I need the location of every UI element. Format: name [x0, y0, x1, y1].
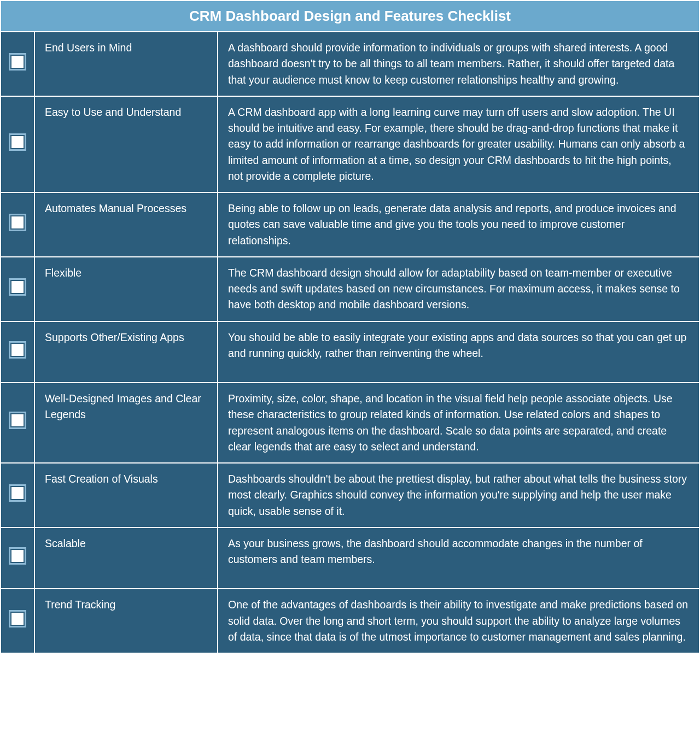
- checkbox[interactable]: [9, 53, 26, 71]
- checkbox[interactable]: [9, 610, 26, 627]
- checklist-row: Fast Creation of VisualsDashboards shoul…: [1, 463, 699, 527]
- checklist-item-description: As your business grows, the dashboard sh…: [218, 527, 699, 589]
- checklist-row: Well-Designed Images and Clear LegendsPr…: [1, 383, 699, 463]
- checklist-item-title: Fast Creation of Visuals: [34, 463, 218, 527]
- checkbox[interactable]: [9, 412, 26, 429]
- checklist-item-title: Automates Manual Processes: [34, 192, 218, 257]
- checklist-row: Automates Manual ProcessesBeing able to …: [1, 192, 699, 257]
- checkbox-cell: [1, 192, 34, 257]
- checklist-table: CRM Dashboard Design and Features Checkl…: [0, 0, 700, 654]
- checkbox[interactable]: [9, 214, 26, 231]
- checklist-row: FlexibleThe CRM dashboard design should …: [1, 257, 699, 321]
- checkbox-cell: [1, 321, 34, 383]
- checklist-header-row: CRM Dashboard Design and Features Checkl…: [1, 1, 699, 32]
- checklist-item-title: Scalable: [34, 527, 218, 589]
- checklist-item-title: Trend Tracking: [34, 589, 218, 653]
- checkbox[interactable]: [9, 278, 26, 296]
- checklist-row: End Users in MindA dashboard should prov…: [1, 32, 699, 96]
- checklist-item-title: End Users in Mind: [34, 32, 218, 96]
- checklist-row: Trend TrackingOne of the advantages of d…: [1, 589, 699, 653]
- checklist-item-description: One of the advantages of dashboards is t…: [218, 589, 699, 653]
- checklist-row: Easy to Use and UnderstandA CRM dashboar…: [1, 96, 699, 192]
- checkbox-cell: [1, 257, 34, 321]
- checklist-item-description: You should be able to easily integrate y…: [218, 321, 699, 383]
- checklist-title: CRM Dashboard Design and Features Checkl…: [1, 1, 699, 32]
- checkbox-cell: [1, 383, 34, 463]
- checkbox-cell: [1, 96, 34, 192]
- checklist-item-description: A dashboard should provide information t…: [218, 32, 699, 96]
- checkbox[interactable]: [9, 341, 26, 359]
- checklist-item-description: The CRM dashboard design should allow fo…: [218, 257, 699, 321]
- checkbox[interactable]: [9, 133, 26, 151]
- checkbox[interactable]: [9, 484, 26, 502]
- checkbox-cell: [1, 527, 34, 589]
- checkbox-cell: [1, 589, 34, 653]
- checklist-item-title: Supports Other/Existing Apps: [34, 321, 218, 383]
- checklist-item-description: Being able to follow up on leads, genera…: [218, 192, 699, 257]
- checklist-item-title: Well-Designed Images and Clear Legends: [34, 383, 218, 463]
- checklist-item-title: Easy to Use and Understand: [34, 96, 218, 192]
- checkbox-cell: [1, 32, 34, 96]
- checklist-item-description: Dashboards shouldn't be about the pretti…: [218, 463, 699, 527]
- checklist-item-title: Flexible: [34, 257, 218, 321]
- checkbox-cell: [1, 463, 34, 527]
- checklist-item-description: Proximity, size, color, shape, and locat…: [218, 383, 699, 463]
- checklist-item-description: A CRM dashboard app with a long learning…: [218, 96, 699, 192]
- checkbox[interactable]: [9, 547, 26, 565]
- checklist-row: Supports Other/Existing AppsYou should b…: [1, 321, 699, 383]
- checklist-row: ScalableAs your business grows, the dash…: [1, 527, 699, 589]
